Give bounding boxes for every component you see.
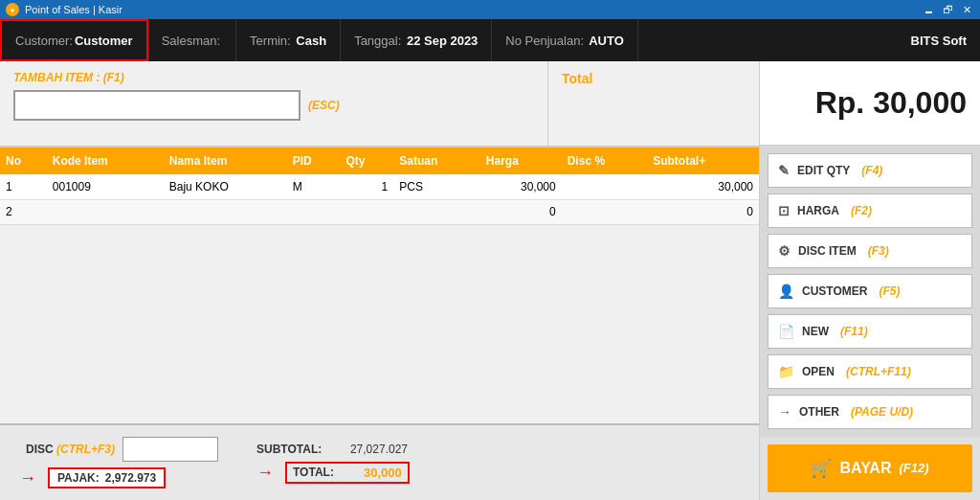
customer-value: Customer <box>75 34 133 48</box>
action-icon: ⊡ <box>778 203 790 218</box>
cell-qty: 1 <box>340 174 393 199</box>
action-button-other[interactable]: → OTHER (PAGE U/D) <box>768 395 972 429</box>
tambah-input-row: (ESC) <box>13 90 534 121</box>
footer-left: DISC (CTRL+F3) → PAJAK: 2,972.973 <box>19 437 218 489</box>
table-row[interactable]: 1 001009 Baju KOKO M 1 PCS 30,000 30,000 <box>0 174 759 199</box>
right-panel: Rp. 30,000 ✎ EDIT QTY (F4) ⊡ HARGA (F2) … <box>760 61 980 500</box>
pajak-row: → PAJAK: 2,972.973 <box>19 467 218 489</box>
bayar-label: BAYAR <box>839 460 891 477</box>
title-bar-text: Point of Sales | Kasir <box>25 4 122 15</box>
items-table: No Kode Item Nama Item PID Qty Satuan Ha… <box>0 148 759 225</box>
cell-subtotal: 0 <box>647 199 759 224</box>
salesman-label: Salesman: <box>162 34 220 48</box>
action-icon: 👤 <box>778 284 794 299</box>
col-nama-item: Nama Item <box>164 148 287 174</box>
total-row: → TOTAL: 30,000 <box>256 462 410 484</box>
subtotal-value: 27,027.027 <box>331 443 408 456</box>
customer-label: Customer: <box>15 34 73 48</box>
cell-qty <box>340 199 393 224</box>
bayar-button[interactable]: 🛒 BAYAR (F12) <box>768 444 972 492</box>
action-label: EDIT QTY <box>797 164 850 177</box>
pajak-value: 2,972.973 <box>105 471 156 485</box>
cell-nama <box>164 199 287 224</box>
cell-pid <box>287 199 341 224</box>
table-row[interactable]: 2 0 0 <box>0 199 759 224</box>
amount-text: Rp. 30,000 <box>815 85 967 121</box>
col-harga: Harga <box>480 148 562 174</box>
action-button-customer[interactable]: 👤 CUSTOMER (F5) <box>768 274 972 308</box>
action-label: HARGA <box>797 204 839 217</box>
col-disc: Disc % <box>562 148 647 174</box>
pajak-box: PAJAK: 2,972.973 <box>48 467 166 489</box>
action-shortcut: (CTRL+F11) <box>846 365 911 378</box>
table-container: No Kode Item Nama Item PID Qty Satuan Ha… <box>0 148 759 423</box>
no-penjualan-field: No Penjualan: AUTO <box>492 19 637 61</box>
subtotal-label: SUBTOTAL: <box>256 443 323 456</box>
action-label: OTHER <box>799 405 839 419</box>
company-name: BITS Soft <box>898 19 981 61</box>
action-button-disc-item[interactable]: ⚙ DISC ITEM (F3) <box>768 234 972 268</box>
cell-kode <box>47 199 164 224</box>
total-section-label: Total <box>562 71 746 86</box>
action-icon: 📁 <box>778 364 794 379</box>
tambah-shortcut: (F1) <box>103 71 124 84</box>
action-icon: ✎ <box>778 163 790 178</box>
col-satuan: Satuan <box>393 148 480 174</box>
disc-label: DISC (CTRL+F3) <box>19 443 115 456</box>
action-shortcut: (PAGE U/D) <box>851 405 913 419</box>
total-value: 30,000 <box>364 466 402 480</box>
title-bar-controls[interactable]: 🗕 🗗 ✕ <box>921 3 974 16</box>
cell-harga: 0 <box>480 199 562 224</box>
action-icon: ⚙ <box>778 243 791 259</box>
pajak-arrow-icon: → <box>19 468 36 489</box>
action-buttons: ✎ EDIT QTY (F4) ⊡ HARGA (F2) ⚙ DISC ITEM… <box>760 146 980 437</box>
action-label: OPEN <box>802 365 835 378</box>
cell-satuan <box>393 199 480 224</box>
cell-nama: Baju KOKO <box>164 174 287 199</box>
total-label: TOTAL: <box>293 466 360 479</box>
total-arrow-icon: → <box>256 463 274 483</box>
top-section: TAMBAH ITEM : (F1) (ESC) Total <box>0 61 759 148</box>
title-bar-left: ● Point of Sales | Kasir <box>6 3 122 16</box>
disc-input[interactable] <box>122 437 218 462</box>
maximize-button[interactable]: 🗗 <box>940 3 955 16</box>
cell-no: 2 <box>0 199 47 224</box>
cell-harga: 30,000 <box>480 174 562 199</box>
action-label: DISC ITEM <box>798 244 857 258</box>
cell-disc <box>562 199 647 224</box>
close-button[interactable]: ✕ <box>959 3 974 16</box>
action-shortcut: (F11) <box>840 325 868 338</box>
action-icon: → <box>778 404 791 420</box>
action-button-edit-qty[interactable]: ✎ EDIT QTY (F4) <box>768 153 972 188</box>
action-button-open[interactable]: 📁 OPEN (CTRL+F11) <box>768 354 972 389</box>
action-shortcut: (F3) <box>868 244 889 258</box>
tanggal-label: Tanggal: <box>354 34 401 48</box>
col-subtotal: Subtotal+ <box>647 148 759 174</box>
cell-satuan: PCS <box>393 174 480 199</box>
tambah-label: TAMBAH ITEM : (F1) <box>13 71 534 84</box>
cell-no: 1 <box>0 174 47 199</box>
action-icon: 📄 <box>778 324 794 339</box>
action-label: CUSTOMER <box>802 284 867 298</box>
table-header-row: No Kode Item Nama Item PID Qty Satuan Ha… <box>0 148 759 174</box>
customer-field[interactable]: Customer: Customer <box>0 19 148 61</box>
tanggal-field: Tanggal: 22 Sep 2023 <box>341 19 492 61</box>
footer-right: SUBTOTAL: 27,027.027 → TOTAL: 30,000 <box>256 443 410 484</box>
main-area: TAMBAH ITEM : (F1) (ESC) Total No Kode I… <box>0 61 980 500</box>
title-bar: ● Point of Sales | Kasir 🗕 🗗 ✕ <box>0 0 980 19</box>
action-button-new[interactable]: 📄 NEW (F11) <box>768 314 972 349</box>
no-penjualan-value: AUTO <box>586 34 624 48</box>
total-area: Total <box>548 61 759 146</box>
cell-pid: M <box>287 174 341 199</box>
disc-row: DISC (CTRL+F3) <box>19 437 218 462</box>
tambah-item-input[interactable] <box>13 90 301 121</box>
action-button-harga[interactable]: ⊡ HARGA (F2) <box>768 193 972 228</box>
esc-label: (ESC) <box>308 99 340 112</box>
salesman-field[interactable]: Salesman: <box>148 19 236 61</box>
footer-bar: DISC (CTRL+F3) → PAJAK: 2,972.973 SUBTOT… <box>0 423 759 500</box>
cell-kode: 001009 <box>47 174 164 199</box>
cell-subtotal: 30,000 <box>647 174 759 199</box>
pajak-label: PAJAK: <box>57 471 100 485</box>
minimize-button[interactable]: 🗕 <box>921 3 936 16</box>
total-box: TOTAL: 30,000 <box>285 462 410 484</box>
